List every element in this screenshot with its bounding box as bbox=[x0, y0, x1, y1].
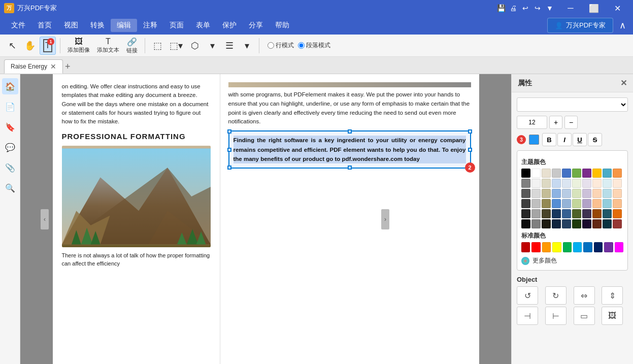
strikethrough-button[interactable]: S bbox=[588, 133, 602, 146]
line-mode-radio[interactable]: 行模式 bbox=[268, 41, 294, 50]
color-t3-2[interactable] bbox=[531, 189, 541, 198]
flip-v-button[interactable]: ⇕ bbox=[602, 286, 623, 305]
std-color-darkblue[interactable] bbox=[594, 242, 603, 252]
right-collapse-arrow[interactable]: › bbox=[381, 209, 389, 229]
more-colors-button[interactable]: 更多颜色 bbox=[521, 255, 623, 266]
select-tool-button[interactable]: ↖ bbox=[4, 37, 20, 55]
menu-share[interactable]: 分享 bbox=[243, 19, 269, 32]
color-t2-4[interactable] bbox=[552, 179, 561, 188]
replace-image-button[interactable]: 🖼 bbox=[602, 307, 623, 325]
color-t6-3[interactable] bbox=[542, 219, 551, 228]
edit-tool-button[interactable]: T 1 bbox=[40, 37, 56, 55]
color-t5-7[interactable] bbox=[582, 209, 591, 218]
link-button[interactable]: 🔗 链接 bbox=[123, 37, 141, 55]
rotate-ccw-button[interactable]: ↺ bbox=[517, 286, 538, 305]
sidebar-home-icon[interactable]: 🏠 bbox=[2, 78, 18, 94]
color-t5-2[interactable] bbox=[531, 209, 541, 218]
std-color-red[interactable] bbox=[531, 242, 540, 252]
handle-bl[interactable] bbox=[227, 166, 231, 170]
menubar-collapse-icon[interactable]: ∧ bbox=[617, 18, 628, 33]
font-size-decrement-button[interactable]: − bbox=[564, 116, 578, 129]
color-t3-10[interactable] bbox=[613, 189, 622, 198]
color-t6-5[interactable] bbox=[562, 219, 571, 228]
color-t4-6[interactable] bbox=[572, 199, 581, 208]
font-size-increment-button[interactable]: + bbox=[549, 116, 562, 129]
std-color-blue[interactable] bbox=[583, 242, 592, 252]
sidebar-comment-icon[interactable]: 💬 bbox=[2, 139, 18, 155]
color-t2-7[interactable] bbox=[582, 179, 591, 188]
color-blue[interactable] bbox=[562, 169, 571, 178]
handle-bm[interactable] bbox=[348, 166, 352, 170]
underline-button[interactable]: U bbox=[573, 133, 587, 146]
color-t6-10[interactable] bbox=[613, 219, 622, 228]
italic-button[interactable]: I bbox=[557, 133, 572, 146]
left-collapse-arrow[interactable]: ‹ bbox=[41, 209, 49, 229]
menu-view[interactable]: 视图 bbox=[58, 19, 84, 32]
std-color-yellow[interactable] bbox=[552, 242, 561, 252]
color-t2-9[interactable] bbox=[603, 179, 612, 188]
menu-help[interactable]: 帮助 bbox=[269, 19, 295, 32]
color-t6-6[interactable] bbox=[572, 219, 581, 228]
sidebar-search-icon[interactable]: 🔍 bbox=[2, 180, 18, 196]
std-color-purple[interactable] bbox=[604, 242, 613, 252]
shape-dropdown-button[interactable]: ▾ bbox=[204, 37, 220, 55]
color-teal[interactable] bbox=[603, 169, 612, 178]
color-t5-6[interactable] bbox=[572, 209, 581, 218]
tab-raise-energy[interactable]: Raise Energy ✕ bbox=[4, 59, 63, 74]
color-t3-9[interactable] bbox=[603, 189, 612, 198]
std-color-darkred[interactable] bbox=[521, 242, 530, 252]
align-right-button[interactable]: ⊢ bbox=[545, 307, 567, 325]
list-button[interactable]: ☰ bbox=[221, 37, 238, 55]
print-icon[interactable]: 🖨 bbox=[508, 3, 518, 13]
pdf-right-column[interactable]: with some programs, but PDFelement makes… bbox=[220, 74, 479, 364]
crop-obj-button[interactable]: ▭ bbox=[574, 307, 595, 325]
color-t6-9[interactable] bbox=[603, 219, 612, 228]
handle-tr[interactable] bbox=[468, 129, 472, 134]
color-t3-3[interactable] bbox=[542, 189, 551, 198]
color-t6-4[interactable] bbox=[552, 219, 561, 228]
color-t4-7[interactable] bbox=[582, 199, 591, 208]
upgrade-button[interactable]: 👤 万兴PDF专家 bbox=[547, 18, 613, 33]
handle-tl[interactable] bbox=[227, 129, 231, 134]
pan-tool-button[interactable]: ✋ bbox=[21, 37, 39, 55]
color-t2-2[interactable] bbox=[531, 179, 541, 188]
rotate-cw-button[interactable]: ↻ bbox=[545, 286, 567, 305]
handle-mr[interactable] bbox=[468, 148, 472, 152]
close-button[interactable]: ✕ bbox=[606, 0, 629, 16]
color-purple[interactable] bbox=[582, 169, 591, 178]
color-t5-9[interactable] bbox=[603, 209, 612, 218]
handle-ml[interactable] bbox=[227, 148, 231, 152]
color-gold[interactable] bbox=[592, 169, 602, 178]
menu-form[interactable]: 表单 bbox=[190, 19, 216, 32]
font-size-input[interactable] bbox=[517, 116, 547, 129]
std-color-green[interactable] bbox=[563, 242, 572, 252]
color-t5-5[interactable] bbox=[562, 209, 571, 218]
color-t4-4[interactable] bbox=[552, 199, 561, 208]
color-t4-9[interactable] bbox=[603, 199, 612, 208]
color-t6-7[interactable] bbox=[582, 219, 591, 228]
minimize-button[interactable]: ─ bbox=[559, 0, 582, 16]
align-left-button[interactable]: ⊣ bbox=[517, 307, 538, 325]
font-family-select[interactable] bbox=[517, 97, 628, 112]
sidebar-bookmark-icon[interactable]: 🔖 bbox=[2, 119, 18, 135]
color-green[interactable] bbox=[572, 169, 581, 178]
undo-icon[interactable]: ↩ bbox=[520, 3, 530, 13]
add-text-button[interactable]: T 添加文本 bbox=[94, 37, 122, 55]
color-black[interactable] bbox=[521, 169, 530, 178]
std-color-orange[interactable] bbox=[542, 242, 551, 252]
menu-edit[interactable]: 编辑 bbox=[111, 19, 137, 32]
color-t5-1[interactable] bbox=[521, 209, 530, 218]
menu-convert[interactable]: 转换 bbox=[84, 19, 111, 32]
color-t5-8[interactable] bbox=[592, 209, 602, 218]
color-t2-6[interactable] bbox=[572, 179, 581, 188]
color-t3-8[interactable] bbox=[592, 189, 602, 198]
color-t4-5[interactable] bbox=[562, 199, 571, 208]
handle-tm[interactable] bbox=[348, 129, 352, 134]
tab-close-button[interactable]: ✕ bbox=[50, 62, 56, 71]
color-t3-7[interactable] bbox=[582, 189, 591, 198]
sidebar-page-icon[interactable]: 📄 bbox=[2, 98, 18, 115]
maximize-button[interactable]: ⬜ bbox=[582, 0, 606, 16]
color-t4-3[interactable] bbox=[542, 199, 551, 208]
redo-icon[interactable]: ↪ bbox=[532, 3, 543, 13]
std-color-magenta[interactable] bbox=[615, 242, 623, 252]
